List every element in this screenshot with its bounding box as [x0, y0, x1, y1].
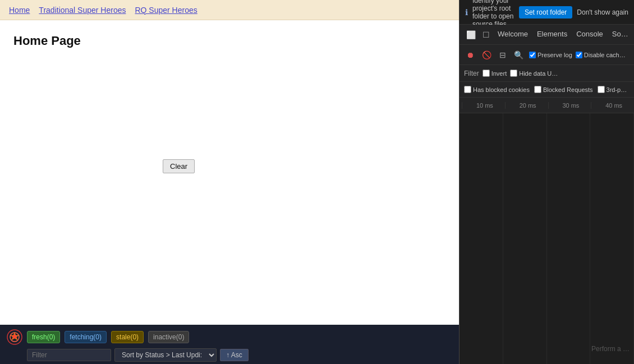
dont-show-button[interactable]: Don't show again: [577, 8, 628, 16]
badge-inactive[interactable]: inactive(0): [148, 331, 189, 343]
tab-more[interactable]: So…: [608, 27, 633, 42]
timeline-ruler: 10 ms 20 ms 30 ms 40 ms: [460, 98, 634, 113]
nav-link-heroes[interactable]: Traditional Super Heroes: [39, 6, 126, 15]
grid-col-1: [460, 113, 503, 364]
sort-select[interactable]: Sort by Status > Last Updi:: [114, 348, 217, 362]
badge-fresh[interactable]: fresh(0): [27, 331, 60, 343]
devtools-bottom-row: Sort by Status > Last Updi: ↑ Asc: [27, 348, 249, 362]
invert-checkbox[interactable]: Invert: [483, 70, 507, 77]
nav-bar: Home Traditional Super Heroes RQ Super H…: [0, 0, 459, 20]
badge-fetching[interactable]: fetching(0): [65, 331, 107, 343]
query-devtools-bar: fresh(0) fetching(0) stale(0) inactive(0…: [0, 325, 459, 364]
page-title: Home Page: [13, 34, 445, 48]
nav-link-rq-heroes[interactable]: RQ Super Heroes: [135, 6, 197, 15]
filter-label: Filter: [464, 70, 479, 77]
nav-link-home[interactable]: Home: [9, 6, 30, 15]
info-text: Identify your project's root folder to o…: [472, 0, 514, 28]
search-icon-button[interactable]: 🔍: [512, 49, 526, 61]
grid-col-3: [547, 113, 591, 364]
hide-data-checkbox[interactable]: Hide data U…: [510, 70, 558, 77]
device-icon-btn[interactable]: ⬜: [463, 28, 479, 42]
timeline-content: Perform a …: [460, 113, 634, 364]
tab-console[interactable]: Console: [572, 27, 608, 42]
pointer-icon-btn[interactable]: ☐: [479, 28, 493, 42]
devtools-toolbar: ⏺ 🚫 ⊟ 🔍 Preserve log Disable cach…: [460, 45, 634, 65]
query-filter-input[interactable]: [27, 349, 111, 361]
asc-button[interactable]: ↑ Asc: [220, 349, 249, 361]
set-root-button[interactable]: Set root folder: [519, 6, 572, 19]
time-tick-30: 30 ms: [548, 102, 591, 109]
record-button[interactable]: ⏺: [464, 49, 476, 61]
tab-welcome[interactable]: Welcome: [493, 27, 532, 42]
grid-col-2: [503, 113, 547, 364]
disable-cache-checkbox[interactable]: Disable cach…: [576, 52, 626, 58]
filter-bar: Filter Invert Hide data U…: [460, 65, 634, 82]
time-tick-20: 20 ms: [505, 102, 548, 109]
devtools-top-row: fresh(0) fetching(0) stale(0) inactive(0…: [7, 329, 452, 345]
page-content: Home Page Clear: [0, 20, 459, 325]
timeline-grid: Perform a …: [460, 113, 634, 364]
tab-elements[interactable]: Elements: [532, 27, 572, 42]
badge-stale[interactable]: stale(0): [111, 331, 144, 343]
blocked-requests-checkbox[interactable]: Blocked Requests: [534, 86, 593, 93]
devtools-tabs: ⬜ ☐ Welcome Elements Console So…: [460, 25, 634, 45]
time-tick-40: 40 ms: [591, 102, 634, 109]
filter-icon-button[interactable]: ⊟: [497, 49, 508, 61]
devtools-info-bar: ℹ Identify your project's root folder to…: [460, 0, 634, 25]
clear-log-button[interactable]: 🚫: [480, 49, 494, 61]
checkbox-bar: Has blocked cookies Blocked Requests 3rd…: [460, 82, 634, 98]
preserve-log-checkbox[interactable]: Preserve log: [529, 52, 572, 58]
timeline-area: 10 ms 20 ms 30 ms 40 ms Perform a …: [460, 98, 634, 364]
devtools-panel: ℹ Identify your project's root folder to…: [459, 0, 634, 364]
time-tick-10: 10 ms: [462, 102, 505, 109]
third-party-checkbox[interactable]: 3rd-p…: [598, 86, 627, 93]
info-icon: ℹ: [465, 8, 468, 17]
grid-col-4: [590, 113, 634, 364]
has-blocked-checkbox[interactable]: Has blocked cookies: [464, 86, 530, 93]
rq-logo-icon: [7, 329, 22, 345]
clear-button[interactable]: Clear: [163, 159, 195, 173]
perform-text: Perform a …: [591, 345, 630, 353]
